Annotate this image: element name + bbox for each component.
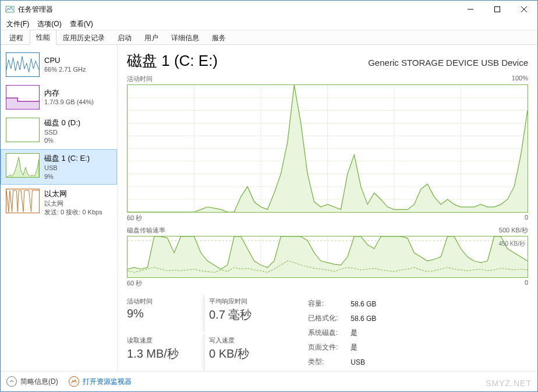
chart2-axis-left: 60 秒 — [127, 279, 142, 288]
metric-value: 1.3 MB/秒 — [127, 346, 191, 362]
sidebar-sub2: 发送: 0 接收: 0 Kbps — [44, 208, 102, 217]
tab-startup[interactable]: 启动 — [111, 30, 138, 45]
metric-grid: 活动时间 9% 平均响应时间 0.7 毫秒 读取速度 1.3 MB/秒 写入速度… — [127, 296, 284, 370]
disk0-info: 磁盘 0 (D:) SSD 0% — [44, 118, 80, 145]
memory-info: 内存 1.7/3.9 GB (44%) — [44, 85, 94, 110]
sidebar[interactable]: CPU 66% 2.71 GHz 内存 1.7/3.9 GB (44%) 磁盘 … — [1, 45, 118, 371]
info-value: 58.6 GB — [345, 297, 382, 310]
metric-label: 写入速度 — [209, 336, 273, 345]
disk1-thumbnail — [6, 153, 40, 178]
info-value: USB — [345, 355, 382, 369]
sidebar-item-disk1[interactable]: 磁盘 1 (C: E:) USB 9% — [1, 149, 117, 185]
chart1-label-right: 100% — [512, 75, 528, 83]
menu-view[interactable]: 查看(V) — [66, 18, 97, 30]
fewer-details-label: 简略信息(D) — [20, 377, 58, 387]
chart2-label-right: 500 KB/秒 — [499, 226, 528, 235]
metric-label: 活动时间 — [127, 297, 191, 306]
main-panel: 磁盘 1 (C: E:) Generic STORAGE DEVICE USB … — [118, 45, 537, 371]
tab-services[interactable]: 服务 — [206, 30, 232, 45]
resmon-label: 打开资源监视器 — [83, 377, 132, 387]
tab-processes[interactable]: 进程 — [3, 30, 30, 45]
svg-marker-5 — [6, 98, 39, 109]
tab-performance[interactable]: 性能 — [30, 30, 56, 45]
page-title: 磁盘 1 (C: E:) — [127, 51, 218, 71]
activity-chart[interactable] — [127, 84, 528, 213]
tab-app-history[interactable]: 应用历史记录 — [56, 30, 111, 45]
transfer-chart-block: 磁盘传输速率 500 KB/秒 450 KB/秒 60 秒 0 — [127, 226, 528, 288]
chevron-up-icon — [6, 376, 17, 387]
info-label: 系统磁盘: — [308, 326, 344, 340]
device-name: Generic STORAGE DEVICE USB Device — [368, 58, 528, 68]
footer: 简略信息(D) 打开资源监视器 — [1, 371, 537, 391]
metrics-row: 活动时间 9% 平均响应时间 0.7 毫秒 读取速度 1.3 MB/秒 写入速度… — [127, 296, 528, 370]
main-header: 磁盘 1 (C: E:) Generic STORAGE DEVICE USB … — [127, 51, 528, 71]
minimize-button[interactable] — [457, 1, 484, 18]
info-label: 容量: — [308, 297, 344, 310]
sidebar-sub: SSD — [44, 128, 80, 137]
chart2-label-left: 磁盘传输速率 — [127, 226, 165, 235]
sidebar-item-cpu[interactable]: CPU 66% 2.71 GHz — [1, 48, 117, 81]
tab-users[interactable]: 用户 — [138, 30, 165, 45]
sidebar-label: 以太网 — [44, 189, 102, 199]
content: CPU 66% 2.71 GHz 内存 1.7/3.9 GB (44%) 磁盘 … — [1, 45, 537, 371]
sidebar-label: 内存 — [44, 88, 94, 98]
info-label: 类型: — [308, 355, 344, 369]
memory-thumbnail — [6, 85, 40, 110]
metric-value: 0 KB/秒 — [209, 346, 273, 362]
task-manager-window: 任务管理器 文件(F) 选项(O) 查看(V) 进程 性能 应用历史记录 启动 … — [0, 0, 538, 392]
svg-marker-6 — [6, 157, 39, 178]
titlebar[interactable]: 任务管理器 — [1, 1, 537, 18]
menubar: 文件(F) 选项(O) 查看(V) — [1, 18, 537, 30]
app-icon — [5, 5, 15, 14]
info-value: 是 — [345, 326, 382, 340]
menu-options[interactable]: 选项(O) — [34, 18, 65, 30]
metric-value: 9% — [127, 307, 191, 320]
chart1-label-left: 活动时间 — [127, 75, 153, 83]
metric-label: 读取速度 — [127, 336, 191, 345]
sidebar-sub2: 9% — [44, 172, 90, 181]
fewer-details-button[interactable]: 简略信息(D) — [6, 376, 58, 387]
sidebar-sub: USB — [44, 164, 90, 172]
ethernet-thumbnail — [6, 189, 40, 213]
resmon-icon — [69, 376, 79, 387]
disk1-info: 磁盘 1 (C: E:) USB 9% — [44, 153, 90, 181]
sidebar-sub: 66% 2.71 GHz — [44, 65, 86, 74]
window-title: 任务管理器 — [18, 5, 53, 15]
info-table: 容量:58.6 GB 已格式化:58.6 GB 系统磁盘:是 页面文件:是 类型… — [307, 296, 383, 370]
tabstrip: 进程 性能 应用历史记录 启动 用户 详细信息 服务 — [1, 30, 537, 45]
sidebar-label: 磁盘 0 (D:) — [44, 118, 80, 128]
info-label: 已格式化: — [308, 312, 344, 325]
sidebar-item-ethernet[interactable]: 以太网 以太网 发送: 0 接收: 0 Kbps — [1, 185, 117, 220]
sidebar-label: 磁盘 1 (C: E:) — [44, 153, 90, 164]
metric-active-time: 活动时间 9% — [127, 296, 201, 331]
menu-file[interactable]: 文件(F) — [3, 18, 33, 30]
ethernet-info: 以太网 以太网 发送: 0 接收: 0 Kbps — [44, 189, 102, 216]
metric-value: 0.7 毫秒 — [209, 307, 273, 323]
disk0-thumbnail — [6, 118, 40, 142]
chart-grid — [128, 85, 528, 212]
metric-label: 平均响应时间 — [209, 297, 273, 306]
sidebar-item-disk0[interactable]: 磁盘 0 (D:) SSD 0% — [1, 114, 117, 149]
metric-read-speed: 读取速度 1.3 MB/秒 — [127, 335, 201, 370]
info-value: 是 — [345, 341, 382, 354]
sidebar-sub: 1.7/3.9 GB (44%) — [44, 98, 94, 107]
open-resmon-link[interactable]: 打开资源监视器 — [69, 376, 132, 387]
svg-rect-2 — [495, 7, 500, 12]
maximize-button[interactable] — [484, 1, 511, 18]
chart2-guide-label: 450 KB/秒 — [498, 240, 525, 248]
activity-chart-block: 活动时间 100% 60 秒 0 — [127, 75, 528, 223]
transfer-chart[interactable]: 450 KB/秒 — [127, 236, 528, 278]
tab-details[interactable]: 详细信息 — [165, 30, 206, 45]
chart1-axis-right: 0 — [525, 214, 528, 223]
info-label: 页面文件: — [308, 341, 344, 354]
sidebar-item-memory[interactable]: 内存 1.7/3.9 GB (44%) — [1, 81, 117, 114]
chart2-axis-right: 0 — [525, 279, 528, 288]
close-button[interactable] — [511, 1, 537, 18]
info-value: 58.6 GB — [345, 312, 382, 325]
cpu-info: CPU 66% 2.71 GHz — [44, 52, 86, 77]
metric-response-time: 平均响应时间 0.7 毫秒 — [204, 296, 284, 331]
metric-write-speed: 写入速度 0 KB/秒 — [204, 335, 284, 370]
sidebar-sub: 以太网 — [44, 199, 102, 208]
sidebar-sub2: 0% — [44, 136, 80, 145]
sidebar-label: CPU — [44, 55, 86, 66]
